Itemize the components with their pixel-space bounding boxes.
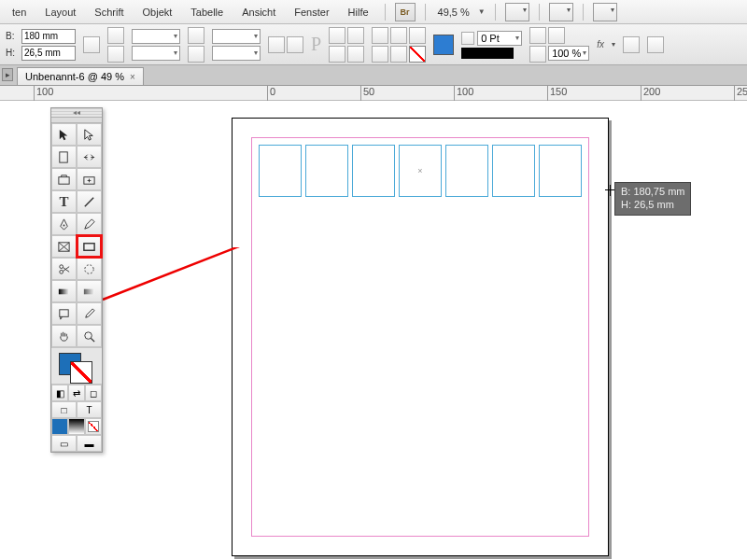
- misc-icon[interactable]: [623, 36, 640, 53]
- tab-expand-icon[interactable]: ▸: [2, 68, 13, 81]
- misc-icon[interactable]: [529, 27, 546, 44]
- rectangle-frame[interactable]: [492, 145, 535, 197]
- shear-icon[interactable]: [188, 46, 204, 63]
- rotate-icon[interactable]: [188, 27, 204, 44]
- scale-x-icon[interactable]: [107, 27, 124, 44]
- canvas[interactable]: [0, 101, 747, 560]
- separator: [425, 4, 426, 21]
- shear-input[interactable]: [212, 46, 261, 61]
- direct-selection-tool[interactable]: [77, 123, 102, 146]
- apply-last-button[interactable]: □: [51, 401, 77, 418]
- menu-item[interactable]: Schrift: [88, 4, 130, 21]
- zoom-level[interactable]: 49,5 %: [435, 7, 472, 18]
- ruler-tick: 250: [734, 86, 747, 101]
- menu-item[interactable]: Hilfe: [342, 4, 375, 21]
- menu-item[interactable]: Ansicht: [235, 4, 282, 21]
- misc-icon[interactable]: [529, 46, 546, 63]
- note-tool[interactable]: [51, 302, 77, 325]
- rectangle-tool[interactable]: [77, 235, 102, 258]
- selection-tool[interactable]: [51, 123, 77, 146]
- view-options-button[interactable]: [505, 3, 529, 21]
- apply-gradient[interactable]: [68, 418, 85, 435]
- arrange-button[interactable]: [593, 3, 617, 21]
- fx-button[interactable]: fx: [597, 39, 604, 49]
- rectangle-frame[interactable]: [445, 145, 488, 197]
- opacity-input[interactable]: 100 %: [548, 46, 589, 61]
- scale-y-input[interactable]: [132, 46, 180, 61]
- stroke-style[interactable]: [461, 48, 514, 59]
- rectangle-frame[interactable]: [399, 145, 442, 197]
- screen-mode-preview[interactable]: ▬: [77, 435, 102, 452]
- default-fill-stroke[interactable]: ◧: [51, 385, 68, 401]
- fill-stroke-proxy[interactable]: [51, 347, 102, 385]
- width-input[interactable]: [21, 29, 76, 44]
- menu-item[interactable]: ten: [6, 4, 33, 21]
- height-input[interactable]: [21, 46, 76, 61]
- panel-grip[interactable]: ◂◂: [51, 108, 102, 118]
- apply-color[interactable]: [51, 418, 68, 435]
- stroke-proxy[interactable]: [70, 361, 92, 384]
- menu-bar: ten Layout Schrift Objekt Tabelle Ansich…: [0, 0, 747, 24]
- separator: [583, 4, 584, 21]
- misc-icon[interactable]: [390, 46, 407, 63]
- line-tool[interactable]: [77, 190, 102, 213]
- menu-item[interactable]: Fenster: [288, 4, 335, 21]
- swap-fill-stroke[interactable]: ⇄: [68, 385, 85, 401]
- gradient-feather-tool[interactable]: [77, 280, 102, 302]
- document-tab[interactable]: Unbenannt-6 @ 49 % ×: [17, 67, 144, 85]
- paragraph-icon[interactable]: P: [311, 34, 321, 55]
- close-icon[interactable]: ×: [130, 72, 135, 82]
- content-placer-tool[interactable]: [77, 168, 102, 190]
- tab-title: Unbenannt-6 @ 49 %: [25, 71, 124, 82]
- screen-mode-button[interactable]: [549, 3, 573, 21]
- rotate-cw-icon[interactable]: [287, 36, 303, 53]
- zoom-tool[interactable]: [77, 325, 102, 347]
- rectangle-frame[interactable]: [305, 145, 348, 197]
- free-transform-tool[interactable]: [77, 258, 102, 280]
- fill-swatch[interactable]: [433, 35, 454, 55]
- rectangle-frame-tool[interactable]: [51, 235, 77, 258]
- measurement-tooltip: B: 180,75 mm H: 26,5 mm: [614, 182, 691, 216]
- bridge-button[interactable]: Br: [395, 3, 416, 21]
- rotate-input[interactable]: [212, 29, 261, 44]
- eyedropper-tool[interactable]: [77, 302, 102, 325]
- stroke-weight-input[interactable]: 0 Pt: [477, 31, 522, 46]
- select-content-icon[interactable]: [347, 46, 364, 63]
- link-icon[interactable]: [83, 36, 100, 53]
- misc-icon[interactable]: [548, 27, 565, 44]
- hand-tool[interactable]: [51, 325, 77, 347]
- pencil-tool[interactable]: [77, 213, 102, 235]
- type-tool[interactable]: T: [51, 190, 77, 213]
- menu-item[interactable]: Objekt: [136, 4, 179, 21]
- flip-v-icon[interactable]: [347, 27, 364, 44]
- misc-icon[interactable]: [647, 36, 664, 53]
- none-swatch-icon[interactable]: [409, 46, 426, 63]
- format-text[interactable]: T: [77, 401, 102, 418]
- rectangle-frame[interactable]: [259, 145, 302, 197]
- pen-tool[interactable]: [51, 213, 77, 235]
- svg-point-5: [63, 224, 65, 226]
- screen-mode-normal[interactable]: ▭: [51, 435, 77, 452]
- apply-none[interactable]: [85, 418, 102, 435]
- misc-icon[interactable]: [372, 46, 388, 63]
- format-container[interactable]: ◻: [85, 385, 102, 401]
- rectangle-frame[interactable]: [539, 145, 582, 197]
- menu-item[interactable]: Tabelle: [184, 4, 230, 21]
- menu-item[interactable]: Layout: [38, 4, 82, 21]
- scale-y-icon[interactable]: [107, 46, 124, 63]
- misc-icon[interactable]: [390, 27, 407, 44]
- scissors-tool[interactable]: [51, 258, 77, 280]
- select-container-icon[interactable]: [329, 46, 345, 63]
- misc-icon[interactable]: [372, 27, 388, 44]
- rectangle-frame[interactable]: [352, 145, 395, 197]
- scale-x-input[interactable]: [132, 29, 180, 44]
- svg-rect-2: [59, 176, 69, 184]
- content-collector-tool[interactable]: [51, 168, 77, 190]
- gap-tool[interactable]: [77, 146, 102, 168]
- rotate-ccw-icon[interactable]: [268, 36, 285, 53]
- flip-h-icon[interactable]: [329, 27, 345, 44]
- page-tool[interactable]: [51, 146, 77, 168]
- ruler-tick: 200: [641, 86, 660, 101]
- gradient-swatch-tool[interactable]: [51, 280, 77, 302]
- misc-icon[interactable]: [409, 27, 426, 44]
